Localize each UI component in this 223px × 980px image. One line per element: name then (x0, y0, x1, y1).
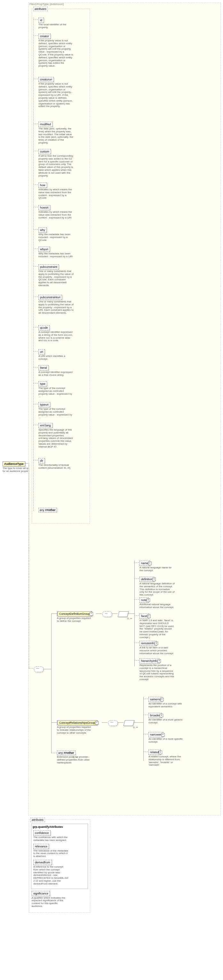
significance-attr: significance (32, 891, 50, 896)
attr-type: type (38, 381, 47, 387)
audiencetype-box: AudienceType (3, 461, 25, 466)
quant-attributes-label: attributes (30, 818, 45, 822)
attr-howuri: howuri (38, 205, 50, 210)
attr-why: why (38, 228, 47, 232)
expand-icon[interactable]: + (160, 714, 163, 717)
cdg-seq (102, 611, 112, 617)
elem-facet: facet+ (139, 614, 149, 619)
attr-dir: dir (38, 458, 45, 463)
expand-icon[interactable]: − (95, 721, 98, 725)
extension-label: Flex1PropType (extension) (29, 3, 64, 6)
expand-icon[interactable]: + (159, 751, 162, 754)
elem-definition: definition+ (139, 577, 154, 582)
audiencetype-label: AudienceType (4, 462, 24, 466)
attr-derivedfrom: derivedfrom (33, 860, 52, 865)
attr-literal: literal (38, 365, 49, 370)
elem-hierarchyInfo: hierarchyInfo+ (139, 659, 159, 663)
attr-confidence: confidence (33, 830, 51, 835)
concept-definition-group: ConceptDefinitionGroup− (57, 611, 92, 616)
elem-broader: broader+ (149, 713, 161, 718)
expand-icon[interactable]: + (148, 562, 152, 565)
attr-typeuri: typeuri (38, 402, 50, 407)
attr-custom: custom (38, 149, 51, 154)
expand-icon[interactable]: + (147, 614, 151, 618)
quant-attributes-container: attributes grp.quantifyAttributes confid… (29, 819, 90, 913)
elem-related: related+ (149, 750, 161, 755)
elem-name: name+ (139, 561, 150, 566)
expand-icon[interactable]: + (147, 598, 150, 602)
attr-creatoruri: creatoruri (38, 77, 54, 82)
elem-narrower: narrower+ (149, 732, 163, 737)
cdg-choice (118, 611, 129, 617)
attr-relevance: relevance (33, 844, 49, 849)
quantify-group-box: grp.quantifyAttributes confidenceThe con… (31, 824, 88, 889)
expand-icon[interactable]: + (152, 578, 156, 581)
any-elem-box: any ##other (57, 751, 76, 755)
expand-icon[interactable]: + (155, 642, 158, 645)
elem-note: note+ (139, 598, 149, 603)
attributes-label: attributes (33, 7, 47, 11)
attr-modified: modified (38, 122, 52, 127)
attr-creator: creator (38, 33, 51, 39)
attr-whyuri: whyuri (38, 247, 50, 252)
cdg-desc: A group of properties required to define… (57, 617, 92, 623)
expand-icon[interactable]: − (90, 612, 93, 616)
main-sequence (34, 667, 44, 672)
attr-qcode: qcode (38, 325, 50, 330)
attr-pubconstrainturi: pubconstrainturi (38, 295, 62, 300)
expand-icon[interactable]: + (160, 698, 164, 701)
elem-remoteInfo: remoteInfo+ (139, 641, 157, 646)
crg-choice (123, 720, 135, 726)
expand-icon[interactable]: + (161, 733, 165, 737)
attr-uri: uri (38, 349, 45, 354)
concept-relationships-group: ConceptRelationshipsGroup− (57, 720, 98, 725)
attr-pubconstraint: pubconstraint (38, 264, 59, 269)
expand-icon[interactable]: + (157, 659, 161, 663)
elem-sameAs: sameAs+ (149, 697, 162, 702)
crg-seq (108, 720, 118, 726)
attr-xml:lang: xml:lang (38, 423, 52, 428)
attr-how: how (38, 183, 47, 188)
attr-id: id (38, 18, 44, 23)
any-attr-box: any ##other (38, 508, 57, 512)
crg-desc: A group of properties required to indica… (57, 726, 92, 734)
